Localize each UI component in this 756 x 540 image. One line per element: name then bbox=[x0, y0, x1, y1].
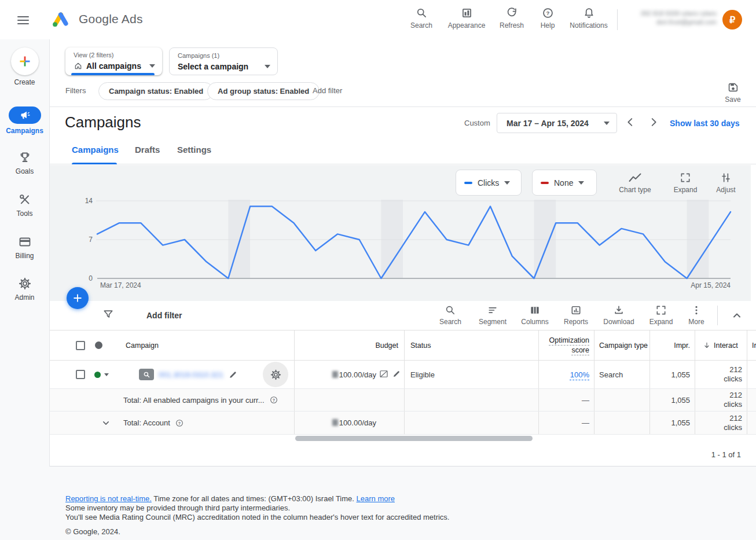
status-cell: Eligible bbox=[404, 361, 538, 388]
sidebar: Create Campaigns Goals Tools Billing bbox=[0, 39, 50, 466]
svg-text:?: ? bbox=[272, 398, 274, 402]
sidebar-item-campaigns[interactable]: Campaigns bbox=[0, 106, 49, 135]
filter-funnel-icon[interactable] bbox=[102, 308, 114, 320]
create-button[interactable] bbox=[11, 47, 39, 75]
collapse-table-chevron[interactable] bbox=[730, 308, 744, 322]
active-tab-indicator bbox=[72, 163, 117, 164]
expand-row-chevron-icon[interactable] bbox=[100, 417, 112, 429]
total-account-label: Total: Account bbox=[123, 418, 170, 427]
campaigns-pill bbox=[9, 106, 41, 124]
menu-icon[interactable] bbox=[16, 13, 31, 27]
show-last-30-days-link[interactable]: Show last 30 days bbox=[670, 119, 740, 128]
svg-text:?: ? bbox=[178, 421, 181, 425]
topnav-search[interactable]: Search bbox=[405, 7, 438, 30]
sidebar-item-admin[interactable]: Admin bbox=[0, 277, 49, 302]
learn-more-link[interactable]: Learn more bbox=[357, 494, 395, 503]
table-more-button[interactable]: More bbox=[678, 304, 715, 326]
date-mode-label: Custom bbox=[464, 119, 490, 127]
add-filter-link[interactable]: Add filter bbox=[313, 86, 342, 95]
row-checkbox[interactable] bbox=[76, 370, 85, 379]
home-icon bbox=[74, 61, 83, 71]
chart-adjust-button[interactable]: Adjust bbox=[710, 172, 742, 194]
view-picker[interactable]: View (2 filters) All campaigns bbox=[65, 47, 162, 75]
segment-icon bbox=[487, 304, 498, 316]
horizontal-scrollbar[interactable] bbox=[295, 436, 533, 441]
date-range-picker[interactable]: Mar 17 – Apr 15, 2024 bbox=[497, 113, 617, 133]
col-status[interactable]: Status bbox=[404, 330, 538, 360]
more-icon bbox=[691, 304, 702, 316]
expand-icon bbox=[655, 304, 667, 316]
table-expand-button[interactable]: Expand bbox=[643, 304, 680, 326]
table-row-campaign[interactable]: 001.3019.0310.321 100.00/day Eligible 10… bbox=[50, 361, 756, 389]
appearance-icon bbox=[461, 7, 473, 19]
table-segment-button[interactable]: Segment bbox=[474, 304, 511, 326]
search-icon bbox=[416, 7, 428, 19]
tab-campaigns[interactable]: Campaigns bbox=[72, 145, 119, 155]
sidebar-item-create[interactable]: Create bbox=[0, 47, 49, 86]
col-optimization-score[interactable]: Optimization score bbox=[538, 330, 594, 360]
filter-chip-campaign-status[interactable]: Campaign status: Enabled bbox=[98, 82, 214, 100]
topnav-help[interactable]: ? Help bbox=[536, 7, 559, 30]
reporting-link[interactable]: Reporting is not real-time. bbox=[65, 494, 152, 503]
topnav-refresh[interactable]: Refresh bbox=[494, 7, 529, 30]
footer-mrc-note: You'll see Media Rating Council (MRC) ac… bbox=[65, 513, 449, 521]
sidebar-item-billing[interactable]: Billing bbox=[0, 235, 49, 260]
campaign-picker-label: Campaigns (1) bbox=[178, 52, 219, 59]
col-campaign[interactable]: Campaign bbox=[119, 330, 294, 360]
table-columns-button[interactable]: Columns bbox=[516, 304, 553, 326]
col-impressions[interactable]: Impr. bbox=[649, 330, 695, 360]
columns-icon bbox=[529, 304, 541, 316]
metric-selector-primary[interactable]: Clicks bbox=[456, 170, 522, 196]
date-prev-button[interactable] bbox=[624, 116, 637, 128]
metric-swatch bbox=[464, 182, 472, 184]
date-next-button[interactable] bbox=[647, 116, 660, 128]
chevron-down-icon bbox=[604, 122, 610, 125]
google-ads-logo: Google Ads bbox=[51, 10, 143, 28]
chevron-down-icon bbox=[149, 64, 155, 68]
metric-swatch bbox=[541, 182, 549, 184]
optimization-score-link[interactable]: 100% bbox=[570, 370, 589, 379]
filters-label: Filters bbox=[65, 86, 86, 95]
opt-score-empty: — bbox=[582, 396, 589, 405]
col-campaign-type[interactable]: Campaign type bbox=[594, 330, 649, 360]
save-button[interactable]: Save bbox=[721, 81, 745, 104]
gear-icon bbox=[18, 277, 32, 291]
select-all-checkbox[interactable] bbox=[76, 341, 85, 350]
chart-type-button[interactable]: Chart type bbox=[615, 172, 655, 194]
table-search-button[interactable]: Search bbox=[432, 304, 469, 326]
topnav-notifications[interactable]: Notifications bbox=[564, 7, 613, 30]
table-reports-button[interactable]: Reports bbox=[557, 304, 594, 326]
total-enabled-label: Total: All enabled campaigns in your cur… bbox=[123, 396, 265, 405]
sidebar-item-goals[interactable]: Goals bbox=[0, 150, 49, 175]
chart-expand-button[interactable]: Expand bbox=[669, 172, 702, 194]
metric-selector-secondary[interactable]: None bbox=[532, 170, 597, 196]
chevron-down-icon bbox=[578, 181, 584, 185]
campaign-settings-button[interactable] bbox=[263, 362, 288, 387]
help-icon[interactable]: ? bbox=[269, 395, 278, 405]
avatar[interactable]: ₽ bbox=[722, 10, 742, 30]
budget-cell[interactable]: 100.00/day bbox=[294, 361, 404, 388]
col-interactions[interactable]: Interact bbox=[695, 330, 747, 360]
topnav-appearance[interactable]: Appearance bbox=[445, 7, 489, 30]
campaign-picker[interactable]: Campaigns (1) Select a campaign bbox=[169, 47, 278, 75]
help-icon[interactable]: ? bbox=[175, 418, 184, 428]
currency-redacted bbox=[332, 371, 338, 378]
table-download-button[interactable]: Download bbox=[600, 304, 637, 326]
col-budget[interactable]: Budget bbox=[294, 330, 404, 360]
currency-redacted bbox=[332, 419, 338, 426]
filter-chip-adgroup-status[interactable]: Ad group status: Enabled bbox=[207, 82, 320, 100]
campaign-name-redacted[interactable]: 001.3019.0310.321 bbox=[159, 370, 223, 379]
add-campaign-fab[interactable] bbox=[67, 287, 89, 309]
tab-settings[interactable]: Settings bbox=[177, 145, 211, 155]
edit-pencil-icon[interactable] bbox=[392, 369, 401, 379]
edit-pencil-icon[interactable] bbox=[228, 370, 238, 380]
clicks-series-line bbox=[97, 207, 731, 278]
status-caret-icon[interactable] bbox=[104, 373, 109, 376]
sidebar-item-tools[interactable]: Tools bbox=[0, 193, 49, 218]
gear-icon bbox=[270, 369, 282, 381]
col-next-partial[interactable]: Ir bbox=[747, 330, 756, 360]
tab-drafts[interactable]: Drafts bbox=[135, 145, 160, 155]
weekend-band bbox=[534, 200, 556, 278]
clicks-line-chart[interactable]: 0714Mar 17, 2024Apr 15, 2024 bbox=[64, 195, 753, 291]
table-add-filter[interactable]: Add filter bbox=[146, 311, 182, 320]
